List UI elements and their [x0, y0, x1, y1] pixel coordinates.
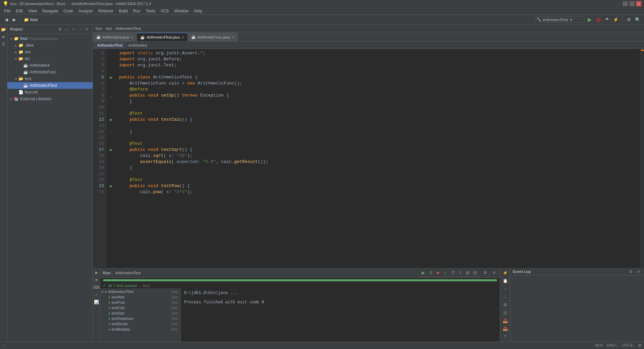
- close-button[interactable]: ✕: [636, 1, 641, 6]
- test-item-testcalc[interactable]: ● testCalc 0ms: [100, 305, 180, 310]
- code-content[interactable]: import static org.junit.Assert.*; import…: [116, 49, 640, 268]
- sidebar-gear-btn[interactable]: ⋯: [77, 26, 83, 32]
- menu-analyze[interactable]: Analyze: [76, 8, 96, 14]
- collapse-button[interactable]: ⊟: [472, 269, 478, 276]
- structure-tool-button[interactable]: ☰: [0, 41, 7, 48]
- test-item-testmultiply[interactable]: ● testMultiply 0ms: [100, 327, 180, 332]
- gutter-fold-8[interactable]: ⌄: [107, 93, 116, 99]
- right-tool-import[interactable]: 📥: [501, 317, 509, 325]
- menu-help[interactable]: Help: [191, 8, 205, 14]
- menu-build[interactable]: Build: [116, 8, 130, 14]
- tab-arithmeticfuncjava[interactable]: ☕ ArithmeticFunc.java ✕: [188, 33, 238, 41]
- tree-arrow-four[interactable]: ▾: [9, 37, 13, 41]
- tree-item-arithmetic4[interactable]: ☕ Arithmetic4: [7, 62, 93, 69]
- status-encoding[interactable]: UTF-8↓: [622, 343, 634, 348]
- favorites-bottom-button[interactable]: ★: [93, 277, 100, 283]
- run-button[interactable]: ▶: [586, 16, 593, 23]
- right-tool-help[interactable]: ?: [501, 333, 509, 340]
- tree-item-out[interactable]: ▸ 📁 out: [7, 49, 93, 55]
- tree-item-src[interactable]: ▾ 📂 src: [7, 55, 93, 62]
- event-log-settings-btn[interactable]: ⚙: [628, 269, 634, 275]
- test-item-testdivide[interactable]: ● testDivide 1ms: [100, 321, 180, 327]
- menu-window[interactable]: Window: [171, 8, 191, 14]
- tab-close-arithmetic4[interactable]: ✕: [130, 35, 133, 39]
- scroll-to-test-button[interactable]: ⤵: [457, 269, 464, 276]
- right-tool-1[interactable]: ⚡: [501, 269, 509, 277]
- menu-edit[interactable]: Edit: [13, 8, 25, 14]
- breadcrumb-test[interactable]: test: [106, 26, 112, 31]
- gutter-fold-14[interactable]: ⌄: [107, 129, 116, 135]
- menu-code[interactable]: Code: [61, 8, 76, 14]
- menu-file[interactable]: File: [1, 8, 13, 14]
- debug-button[interactable]: 🐞: [595, 16, 602, 23]
- gutter-run-12[interactable]: ▶: [107, 117, 116, 123]
- sidebar-collapse-btn[interactable]: —: [64, 26, 70, 32]
- tree-item-arithmeticfunc[interactable]: ☕ ArithmeticFunc: [7, 69, 93, 75]
- right-tool-2[interactable]: 📋: [501, 277, 509, 285]
- tab-arithmetic4java[interactable]: ☕ Arithmetic4.java ✕: [93, 33, 137, 41]
- test-item-testadd[interactable]: ● testAdd 2ms: [100, 294, 180, 300]
- forward-button[interactable]: ▶: [11, 16, 18, 23]
- status-position[interactable]: 60:9: [595, 343, 602, 348]
- code-editor[interactable]: 1 2 3 4 5 6 7 8 9 10 11 12 13 14 15 16 1: [93, 49, 644, 268]
- breadcrumb-arithmetic4test[interactable]: Arithmetic4Test: [116, 26, 141, 31]
- tree-item-four-iml[interactable]: 📄 four.iml: [7, 89, 93, 96]
- run-tool-button[interactable]: ▶: [93, 269, 100, 276]
- right-tool-export[interactable]: 📤: [501, 325, 509, 332]
- coverage-button[interactable]: ☂: [603, 16, 611, 23]
- search-everywhere-button[interactable]: 🔍: [634, 16, 641, 23]
- tree-arrow-out[interactable]: ▸: [13, 50, 18, 54]
- gutter-run-5[interactable]: ▶: [107, 74, 116, 80]
- favorites-tool-button[interactable]: ★: [0, 34, 7, 40]
- project-tool-button[interactable]: 📂: [0, 26, 7, 33]
- tab-arithmetic4testjava[interactable]: ☕ Arithmetic4Test.java ✕: [137, 33, 187, 41]
- right-tool-6[interactable]: ⊟: [501, 309, 509, 316]
- status-line-ending[interactable]: CRLF↓: [606, 343, 618, 348]
- menu-refactor[interactable]: Refactor: [96, 8, 116, 14]
- panel-close-btn[interactable]: ✕: [491, 270, 497, 276]
- sort-alpha-button[interactable]: ↕: [442, 269, 449, 276]
- tree-item-arithmetic4test[interactable]: ☕ Arithmetic4Test: [7, 82, 93, 89]
- terminal-button[interactable]: ⌨: [93, 284, 100, 291]
- maximize-button[interactable]: □: [629, 1, 635, 6]
- sort-duration-button[interactable]: ⏱: [449, 269, 456, 276]
- stop-button[interactable]: ■: [435, 269, 441, 276]
- settings-button[interactable]: ⚙: [625, 16, 633, 23]
- todo-button[interactable]: ✓: [93, 291, 100, 298]
- method-tab-class[interactable]: Arithmetic4Test: [94, 43, 125, 48]
- menu-navigate[interactable]: Navigate: [40, 8, 61, 14]
- event-log-close-btn[interactable]: ✕: [635, 269, 641, 275]
- suite-arrow[interactable]: ▾: [102, 290, 103, 294]
- right-tool-3[interactable]: ↑: [501, 285, 509, 293]
- tree-arrow-src[interactable]: ▾: [13, 57, 18, 61]
- menu-run[interactable]: Run: [130, 8, 143, 14]
- menu-tools[interactable]: Tools: [143, 8, 158, 14]
- tree-item-four[interactable]: ▾ 📁 four D:\javawenjian\four: [7, 35, 93, 42]
- profile-button[interactable]: ⚡: [612, 16, 620, 23]
- sidebar-close-btn[interactable]: ✕: [84, 26, 90, 32]
- gutter-run-17[interactable]: ▶: [107, 147, 116, 153]
- tree-item-test[interactable]: ▾ 📂 test: [7, 75, 93, 82]
- bottom-tool-5[interactable]: 📊: [93, 299, 100, 305]
- test-item-testsqrt[interactable]: ● testSqrt 1ms: [100, 310, 180, 316]
- method-tab-testdivide[interactable]: testDivide(): [125, 43, 150, 48]
- tree-item-idea[interactable]: ▸ 📁 .idea: [7, 42, 93, 49]
- status-indent[interactable]: ⊞: [638, 343, 641, 348]
- tree-arrow-test[interactable]: ▾: [13, 77, 18, 81]
- rerun-button[interactable]: ▶: [420, 269, 427, 276]
- back-button[interactable]: ◀: [3, 16, 10, 23]
- test-item-testsubstract[interactable]: ● testSubstract 0ms: [100, 316, 180, 321]
- gutter-run-23[interactable]: ▶: [107, 183, 116, 189]
- tree-arrow-ext-libs[interactable]: ▸: [9, 97, 13, 101]
- right-tool-4[interactable]: ↓: [501, 293, 509, 300]
- menu-vcs[interactable]: VCS: [158, 8, 172, 14]
- right-tool-5[interactable]: ⊞: [501, 301, 509, 308]
- expand-button[interactable]: ⊞: [464, 269, 471, 276]
- panel-settings-btn[interactable]: ⚙: [482, 270, 488, 276]
- breadcrumb-four[interactable]: four: [96, 26, 102, 31]
- tab-close-arithmeticfunc[interactable]: ✕: [231, 35, 234, 39]
- tree-arrow-idea[interactable]: ▸: [13, 44, 18, 47]
- sidebar-settings-btn[interactable]: ⚙: [57, 26, 63, 32]
- minimize-button[interactable]: —: [623, 1, 628, 6]
- sidebar-expand-btn[interactable]: +: [70, 26, 76, 32]
